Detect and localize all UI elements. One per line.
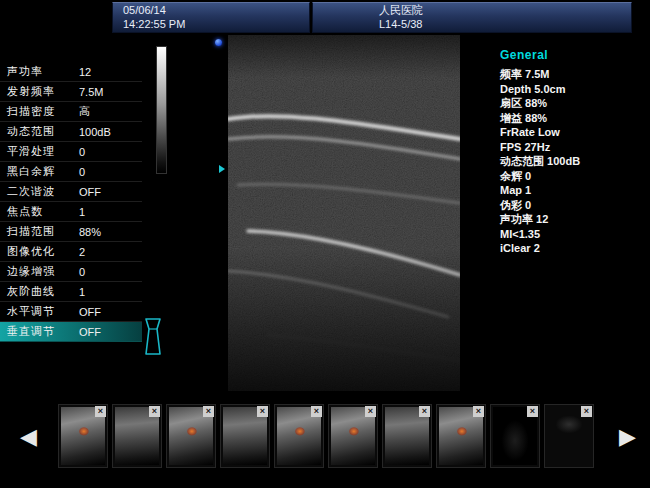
thumbnail-close-button[interactable]: × xyxy=(311,406,322,417)
thumbnail-7[interactable]: × xyxy=(382,404,432,468)
info-item-7: 余辉 0 xyxy=(500,169,645,184)
thumbnail-close-button[interactable]: × xyxy=(527,406,538,417)
info-item-9: 伪彩 0 xyxy=(500,198,645,213)
info-item-6: 动态范围 100dB xyxy=(500,154,645,169)
thumbnail-close-button[interactable]: × xyxy=(95,406,106,417)
ultrasound-image-render xyxy=(228,35,460,391)
param-row-7[interactable]: 焦点数1 xyxy=(0,202,142,222)
thumbnail-close-button[interactable]: × xyxy=(581,406,592,417)
thumbnail-2[interactable]: × xyxy=(112,404,162,468)
thumbnail-close-button[interactable]: × xyxy=(149,406,160,417)
param-label: 边缘增强 xyxy=(0,264,79,279)
param-row-10[interactable]: 边缘增强0 xyxy=(0,262,142,282)
param-row-5[interactable]: 黑白余辉0 xyxy=(0,162,142,182)
param-label: 垂直调节 xyxy=(0,324,79,339)
param-row-1[interactable]: 发射频率7.5M xyxy=(0,82,142,102)
info-item-5: FPS 27Hz xyxy=(500,140,645,155)
param-row-8[interactable]: 扫描范围88% xyxy=(0,222,142,242)
info-panel: General 频率 7.5MDepth 5.0cm扇区 88%增益 88%Fr… xyxy=(500,48,645,256)
thumbnail-3[interactable]: × xyxy=(166,404,216,468)
param-label: 灰阶曲线 xyxy=(0,284,79,299)
thumbnail-6[interactable]: × xyxy=(328,404,378,468)
thumbnail-1[interactable]: × xyxy=(58,404,108,468)
param-label: 动态范围 xyxy=(0,124,79,139)
param-row-11[interactable]: 灰阶曲线1 xyxy=(0,282,142,302)
thumbnails-next-button[interactable]: ▶ xyxy=(619,422,636,452)
param-label: 扫描密度 xyxy=(0,104,79,119)
probe-model: L14-5/38 xyxy=(313,17,631,31)
param-value: 2 xyxy=(79,246,142,258)
ultrasound-app: 05/06/14 14:22:55 PM 人民医院 L14-5/38 声功率12… xyxy=(0,0,650,488)
param-label: 声功率 xyxy=(0,64,79,79)
param-row-2[interactable]: 扫描密度高 xyxy=(0,102,142,122)
date-text: 05/06/14 xyxy=(113,3,309,17)
thumbnail-close-button[interactable]: × xyxy=(365,406,376,417)
param-value: OFF xyxy=(79,186,142,198)
thumbnail-close-button[interactable]: × xyxy=(203,406,214,417)
param-value: 高 xyxy=(79,104,142,119)
probe-orientation-marker xyxy=(215,39,222,46)
info-panel-title: General xyxy=(500,48,645,62)
thumbnail-4[interactable]: × xyxy=(220,404,270,468)
info-item-2: 扇区 88% xyxy=(500,96,645,111)
param-label: 二次谐波 xyxy=(0,184,79,199)
thumbnail-5[interactable]: × xyxy=(274,404,324,468)
thumbnail-8[interactable]: × xyxy=(436,404,486,468)
info-item-10: 声功率 12 xyxy=(500,212,645,227)
body-mark-drawing xyxy=(138,316,168,358)
thumbnails-prev-button[interactable]: ◀ xyxy=(20,422,37,452)
thumbnail-10[interactable]: × xyxy=(544,404,594,468)
thumbnail-row: ×××××××××× xyxy=(58,404,594,468)
time-text: 14:22:55 PM xyxy=(113,17,309,31)
param-label: 发射频率 xyxy=(0,84,79,99)
param-row-13[interactable]: 垂直调节OFF xyxy=(0,322,142,342)
param-value: 12 xyxy=(79,66,142,78)
info-item-4: FrRate Low xyxy=(500,125,645,140)
info-item-12: iClear 2 xyxy=(500,241,645,256)
param-row-9[interactable]: 图像优化2 xyxy=(0,242,142,262)
param-value: OFF xyxy=(79,306,142,318)
param-row-12[interactable]: 水平调节OFF xyxy=(0,302,142,322)
ultrasound-image[interactable] xyxy=(228,35,460,391)
focus-marker-icon xyxy=(219,165,225,173)
param-row-4[interactable]: 平滑处理0 xyxy=(0,142,142,162)
info-item-1: Depth 5.0cm xyxy=(500,82,645,97)
thumbnail-close-button[interactable]: × xyxy=(257,406,268,417)
info-panel-list: 频率 7.5MDepth 5.0cm扇区 88%增益 88%FrRate Low… xyxy=(500,67,645,256)
info-item-11: MI<1.35 xyxy=(500,227,645,242)
param-label: 图像优化 xyxy=(0,244,79,259)
param-value: 0 xyxy=(79,266,142,278)
param-value: 1 xyxy=(79,286,142,298)
hospital-panel: 人民医院 L14-5/38 xyxy=(312,2,632,33)
info-item-8: Map 1 xyxy=(500,183,645,198)
param-value: 100dB xyxy=(79,126,142,138)
body-mark-icon[interactable] xyxy=(138,316,168,358)
parameter-list: 声功率12发射频率7.5M扫描密度高动态范围100dB平滑处理0黑白余辉0二次谐… xyxy=(0,62,142,342)
param-label: 扫描范围 xyxy=(0,224,79,239)
thumbnail-close-button[interactable]: × xyxy=(473,406,484,417)
info-item-3: 增益 88% xyxy=(500,111,645,126)
param-value: 0 xyxy=(79,166,142,178)
param-label: 水平调节 xyxy=(0,304,79,319)
param-row-6[interactable]: 二次谐波OFF xyxy=(0,182,142,202)
param-value: OFF xyxy=(79,326,142,338)
datetime-panel: 05/06/14 14:22:55 PM xyxy=(112,2,310,33)
param-row-3[interactable]: 动态范围100dB xyxy=(0,122,142,142)
param-value: 0 xyxy=(79,146,142,158)
param-value: 88% xyxy=(79,226,142,238)
info-item-0: 频率 7.5M xyxy=(500,67,645,82)
hospital-name: 人民医院 xyxy=(313,3,631,17)
param-label: 平滑处理 xyxy=(0,144,79,159)
thumbnail-bar: ◀ ×××××××××× ▶ xyxy=(0,400,650,480)
param-label: 黑白余辉 xyxy=(0,164,79,179)
param-row-0[interactable]: 声功率12 xyxy=(0,62,142,82)
param-value: 7.5M xyxy=(79,86,142,98)
grayscale-bar xyxy=(156,46,167,174)
thumbnail-9[interactable]: × xyxy=(490,404,540,468)
param-label: 焦点数 xyxy=(0,204,79,219)
thumbnail-close-button[interactable]: × xyxy=(419,406,430,417)
param-value: 1 xyxy=(79,206,142,218)
